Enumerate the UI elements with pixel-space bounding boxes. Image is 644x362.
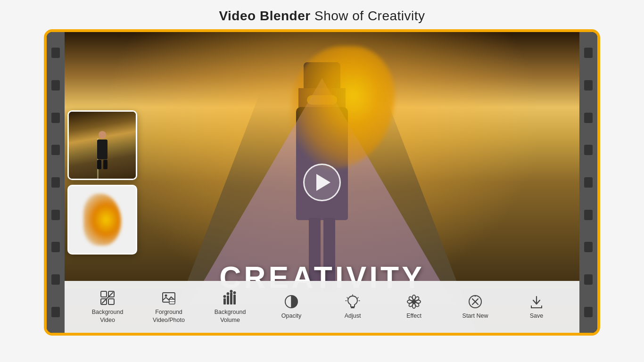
circle-half-icon [283,294,299,310]
svg-point-14 [227,292,230,295]
toolbar-opacity-label: Opacity [281,312,301,320]
film-hole [584,274,593,285]
film-hole [51,274,60,285]
bottom-toolbar: BackgroundVideo ForgroundVideo/Photo [65,281,579,333]
toolbar-save[interactable]: Save [506,286,567,328]
toolbar-background-volume[interactable]: BackgroundVolume [199,286,261,328]
background-video-thumbnail[interactable] [67,110,137,180]
film-hole [51,210,60,220]
toolbar-background-video-label: BackgroundVideo [92,308,124,324]
toolbar-effect-label: Effect [406,312,421,320]
toolbar-adjust[interactable]: Adjust [322,286,383,328]
svg-rect-0 [101,291,107,297]
flower-icon [406,294,422,310]
film-hole [584,177,593,188]
app-title-light: Show of Creativity [311,8,425,23]
film-hole [584,242,593,252]
toolbar-start-new[interactable]: Start New [445,286,506,328]
toolbar-save-label: Save [530,312,544,320]
film-hole [584,307,593,317]
bars-chart-icon [222,290,238,306]
film-hole [51,80,60,90]
svg-rect-10 [227,296,229,304]
play-button[interactable] [303,164,341,201]
main-container: CREATIVITY [44,29,600,336]
film-hole [584,113,593,123]
app-header: Video Blender Show of Creativity [219,8,425,24]
svg-point-16 [233,291,236,294]
toolbar-opacity[interactable]: Opacity [261,286,322,328]
film-hole [584,210,593,220]
film-hole [51,145,60,155]
svg-point-6 [165,295,167,297]
play-icon [316,174,330,191]
film-hole [584,145,593,155]
film-hole [51,307,60,317]
svg-rect-12 [233,295,236,304]
svg-rect-3 [108,299,114,304]
lightbulb-icon [345,294,361,310]
toolbar-effect[interactable]: Effect [383,286,445,328]
film-hole [584,80,593,90]
smoke-thumbnail-image [83,194,121,246]
toolbar-start-new-label: Start New [462,312,488,320]
film-hole [51,177,60,188]
film-strip-right [579,32,597,333]
circle-x-icon [467,294,483,310]
film-hole [584,48,593,58]
svg-rect-11 [230,293,232,304]
thumbnails-panel [67,110,137,255]
image-corner-icon [161,290,177,306]
film-hole [51,242,60,252]
film-hole [51,48,60,58]
grid-slash-icon [99,290,116,306]
svg-point-13 [223,295,226,298]
svg-point-15 [230,290,233,293]
film-hole [51,113,60,123]
toolbar-adjust-label: Adjust [345,312,361,320]
toolbar-foreground-video-label: ForgroundVideo/Photo [153,308,185,324]
toolbar-foreground-video[interactable]: ForgroundVideo/Photo [138,286,199,328]
svg-line-4 [102,292,113,304]
foreground-video-thumbnail[interactable] [67,185,137,255]
toolbar-background-video[interactable]: BackgroundVideo [77,286,138,328]
toolbar-background-volume-label: BackgroundVolume [215,308,246,324]
svg-rect-9 [223,298,226,304]
film-strip-left [47,32,65,333]
svg-line-21 [357,297,358,298]
app-title-bold: Video Blender [219,8,310,23]
svg-line-20 [347,297,348,298]
download-icon [528,294,545,310]
